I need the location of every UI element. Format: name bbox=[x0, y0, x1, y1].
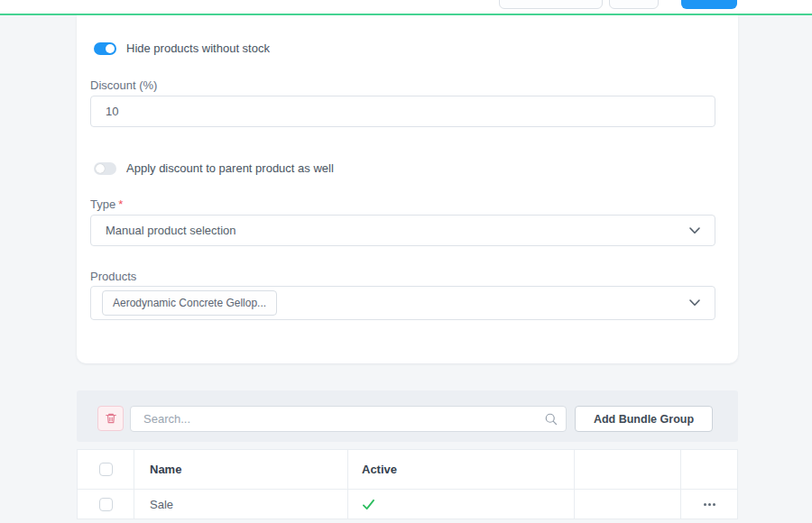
hide-products-toggle[interactable] bbox=[94, 42, 116, 55]
row-empty-cell bbox=[575, 490, 681, 518]
column-header-active: Active bbox=[348, 450, 575, 489]
row-checkbox-cell bbox=[78, 490, 134, 518]
type-label: Type* bbox=[90, 197, 123, 211]
hide-products-toggle-row: Hide products without stock bbox=[94, 41, 270, 55]
row-name-cell: Sale bbox=[134, 490, 348, 518]
discount-label: Discount (%) bbox=[90, 78, 157, 92]
hide-products-toggle-label: Hide products without stock bbox=[126, 41, 270, 55]
toggle-knob bbox=[96, 164, 105, 173]
add-bundle-group-button[interactable]: Add Bundle Group bbox=[575, 406, 713, 432]
topbar-button-1[interactable] bbox=[499, 0, 603, 9]
delete-selected-button[interactable] bbox=[97, 406, 124, 431]
toggle-knob bbox=[106, 44, 115, 53]
table-row: Sale bbox=[78, 490, 737, 519]
parent-discount-toggle-row: Apply discount to parent product as well bbox=[94, 161, 334, 175]
type-label-text: Type bbox=[90, 197, 115, 211]
parent-discount-toggle[interactable] bbox=[94, 162, 116, 175]
products-multiselect[interactable]: Aerodynamic Concrete Gellop... bbox=[90, 286, 715, 320]
table-header-row: Name Active bbox=[78, 450, 737, 490]
column-header-actions bbox=[681, 450, 737, 489]
search-icon bbox=[544, 412, 558, 429]
column-header-name: Name bbox=[134, 450, 348, 489]
type-select[interactable]: Manual product selection bbox=[90, 215, 715, 246]
products-label: Products bbox=[90, 270, 136, 283]
accent-divider bbox=[0, 14, 812, 15]
required-asterisk: * bbox=[118, 197, 123, 211]
trash-icon bbox=[105, 412, 117, 425]
discount-input[interactable] bbox=[90, 96, 715, 127]
row-checkbox[interactable] bbox=[99, 498, 113, 511]
check-icon bbox=[362, 499, 375, 510]
top-toolbar bbox=[0, 0, 812, 14]
select-all-checkbox[interactable] bbox=[99, 463, 113, 476]
type-select-value: Manual product selection bbox=[91, 224, 236, 237]
search-field-wrap bbox=[130, 406, 567, 432]
bundle-groups-table: Name Active Sale bbox=[77, 449, 738, 519]
topbar-primary-button[interactable] bbox=[681, 0, 737, 9]
ellipsis-icon[interactable] bbox=[700, 500, 719, 509]
header-checkbox-cell bbox=[78, 450, 134, 489]
search-input[interactable] bbox=[130, 406, 567, 432]
row-active-cell bbox=[348, 490, 575, 518]
topbar-button-2[interactable] bbox=[609, 0, 659, 9]
parent-discount-toggle-label: Apply discount to parent product as well bbox=[126, 161, 334, 175]
bundle-settings-card: Hide products without stock Discount (%)… bbox=[77, 15, 738, 363]
row-actions-cell bbox=[681, 490, 737, 518]
chevron-down-icon bbox=[689, 299, 700, 307]
selected-product-tag[interactable]: Aerodynamic Concrete Gellop... bbox=[102, 290, 277, 316]
column-header-empty bbox=[575, 450, 681, 489]
chevron-down-icon bbox=[689, 227, 700, 234]
bundle-groups-toolbar: Add Bundle Group bbox=[77, 390, 738, 442]
